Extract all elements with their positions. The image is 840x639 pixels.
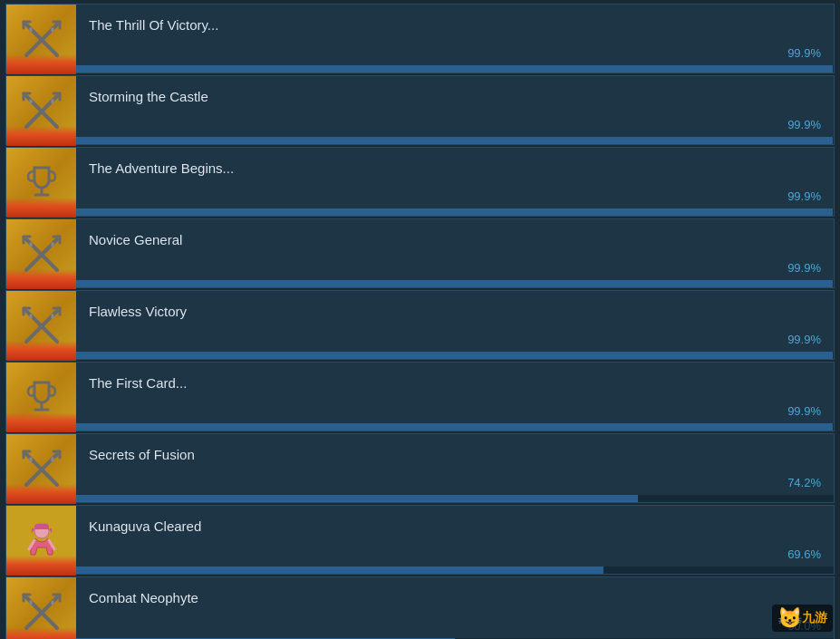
achievement-icon <box>6 219 76 289</box>
achievement-progress-bar <box>76 280 833 287</box>
achievement-progress-bar <box>76 208 833 216</box>
achievements-list: The Thrill Of Victory...99.9% Storming t… <box>0 0 840 639</box>
achievement-name: Flawless Victory <box>89 304 821 319</box>
svg-line-17 <box>30 102 32 103</box>
achievement-progress-bar-container <box>76 352 834 359</box>
achievement-item[interactable]: Combat Neophyte50.0% <box>5 576 835 639</box>
achievement-content: Secrets of Fusion74.2% <box>76 434 834 502</box>
svg-line-29 <box>30 245 32 247</box>
achievement-percentage: 99.9% <box>787 118 821 131</box>
achievement-progress-bar <box>76 137 833 144</box>
watermark-icon: 😺 <box>777 606 802 630</box>
achievement-progress-bar-container <box>76 495 834 502</box>
achievement-content: The Thrill Of Victory...99.9% <box>76 5 834 73</box>
achievement-progress-bar-container <box>76 208 834 216</box>
achievement-content: Novice General99.9% <box>76 219 834 287</box>
achievement-progress-bar <box>76 495 638 502</box>
achievement-content: The Adventure Begins...99.9% <box>76 148 834 216</box>
achievement-progress-bar <box>76 352 833 359</box>
achievement-content: Flawless Victory99.9% <box>76 291 834 359</box>
achievement-percentage: 99.9% <box>787 46 821 60</box>
achievement-name: Secrets of Fusion <box>89 447 821 462</box>
achievement-item[interactable]: The Thrill Of Victory...99.9% <box>5 4 835 73</box>
achievement-name: Storming the Castle <box>89 89 821 104</box>
achievement-name: Kunaguva Cleared <box>89 518 821 534</box>
achievement-icon <box>6 577 76 639</box>
achievement-icon <box>6 148 76 218</box>
achievement-progress-bar-container <box>76 65 834 73</box>
achievement-content: Storming the Castle99.9% <box>76 76 834 144</box>
achievement-percentage: 99.9% <box>787 189 821 203</box>
watermark-text: 九游 <box>802 610 827 626</box>
achievement-icon <box>6 434 76 504</box>
achievement-name: The Adventure Begins... <box>89 160 821 176</box>
achievement-item[interactable]: The Adventure Begins...99.9% <box>5 147 835 217</box>
achievement-percentage: 99.9% <box>787 404 821 418</box>
svg-line-31 <box>52 245 53 247</box>
achievement-progress-bar-container <box>76 566 834 574</box>
achievement-name: Novice General <box>89 232 821 247</box>
achievement-item[interactable]: The First Card...99.9% <box>5 362 835 431</box>
achievement-item[interactable]: Secrets of Fusion74.2% <box>5 433 835 503</box>
achievement-item[interactable]: Novice General99.9% <box>5 218 835 288</box>
svg-line-53 <box>52 460 53 461</box>
achievement-progress-bar-container <box>76 423 834 431</box>
achievement-percentage: 69.6% <box>787 547 821 561</box>
svg-line-51 <box>30 460 32 461</box>
achievement-icon <box>6 506 76 576</box>
achievement-name: Combat Neophyte <box>89 590 821 605</box>
svg-line-41 <box>52 316 53 318</box>
achievement-progress-bar-container <box>76 137 834 144</box>
achievement-percentage: 99.9% <box>787 261 821 275</box>
achievement-percentage: 99.9% <box>787 333 821 346</box>
svg-line-19 <box>52 102 53 103</box>
achievement-icon <box>6 363 76 432</box>
achievement-content: Combat Neophyte50.0% <box>76 577 834 639</box>
achievement-content: The First Card...99.9% <box>76 363 834 431</box>
achievement-name: The Thrill Of Victory... <box>89 17 821 33</box>
svg-line-39 <box>30 316 32 318</box>
achievement-icon <box>6 291 76 361</box>
achievement-item[interactable]: Kunaguva Cleared69.6% <box>5 505 835 575</box>
achievement-progress-bar-container <box>76 280 834 287</box>
achievement-progress-bar <box>76 65 833 73</box>
achievement-progress-bar <box>76 423 833 431</box>
achievement-icon <box>6 5 76 74</box>
achievement-progress-bar <box>76 566 603 574</box>
achievement-icon <box>6 76 76 146</box>
watermark: 😺 九游 <box>772 605 833 632</box>
svg-line-64 <box>30 603 32 605</box>
svg-line-9 <box>52 30 53 32</box>
svg-line-66 <box>52 603 53 605</box>
achievement-item[interactable]: Storming the Castle99.9% <box>5 75 835 145</box>
svg-line-7 <box>30 30 32 32</box>
achievement-name: The First Card... <box>89 375 821 391</box>
achievement-content: Kunaguva Cleared69.6% <box>76 506 834 574</box>
achievement-percentage: 74.2% <box>787 476 821 489</box>
achievement-item[interactable]: Flawless Victory99.9% <box>5 290 835 360</box>
